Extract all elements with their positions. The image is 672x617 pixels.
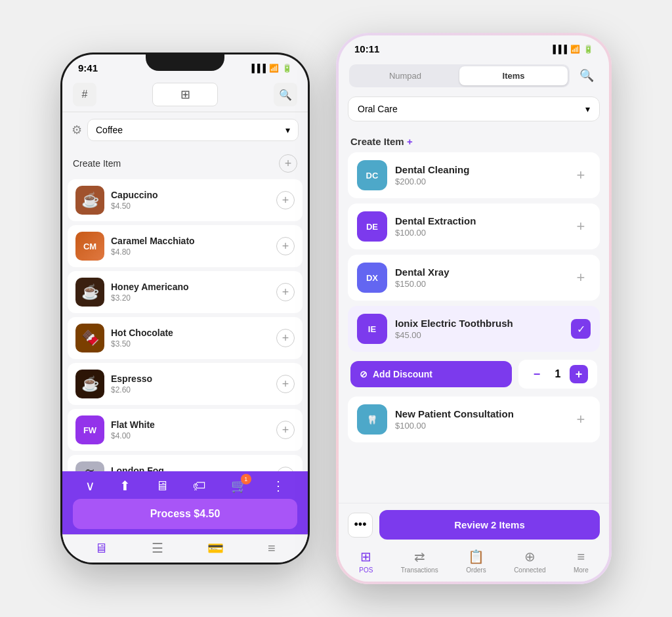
nav-item-connected[interactable]: ⊕ Connected (514, 549, 545, 574)
list-item[interactable]: ☕ Honey Americano $3.20 + (68, 271, 303, 313)
quantity-plus-button[interactable]: + (570, 365, 588, 383)
select-ie-button[interactable]: ✓ (571, 319, 591, 339)
right-phone: 10:11 ▐▐▐ 📶 🔋 Numpad Items (336, 33, 612, 584)
list-item[interactable]: DC Dental Cleaning $200.00 + (348, 152, 600, 198)
category-dropdown-left[interactable]: Coffee ▾ (87, 119, 299, 141)
item-price-ie: $45.00 (395, 330, 563, 340)
more-icon-left[interactable]: ⋮ (272, 478, 285, 494)
tag-icon[interactable]: 🏷 (193, 479, 206, 494)
item-price-flatwhite: $4.00 (111, 431, 270, 440)
item-price-espresso: $2.60 (111, 385, 270, 394)
item-name-dc: Dental Cleaning (395, 164, 563, 175)
tab-bar-right: Numpad Items 🔍 (339, 58, 609, 93)
bottom-nav-left: 🖥 ☰ 💳 ≡ (62, 534, 308, 563)
list-item[interactable]: DE Dental Extraction $100.00 + (348, 203, 600, 249)
search-icon-left: 🔍 (279, 89, 292, 101)
search-button-left[interactable]: 🔍 (274, 83, 297, 106)
pos-label: POS (359, 566, 373, 574)
quantity-minus-button[interactable]: − (528, 365, 546, 383)
add-de-button[interactable]: + (571, 217, 591, 236)
add-npc-button[interactable]: + (571, 410, 591, 429)
process-button[interactable]: Process $4.50 (73, 499, 297, 529)
item-name-caramel: Caramel Macchiato (111, 236, 270, 246)
item-thumb-capuccino: ☕ (75, 186, 104, 215)
add-londonfog-button[interactable]: + (276, 467, 295, 471)
tab-items[interactable]: Items (459, 66, 568, 85)
create-item-row-left[interactable]: Create Item + (62, 148, 308, 179)
item-price-dc: $200.00 (395, 177, 563, 186)
add-americano-button[interactable]: + (276, 283, 295, 301)
hash-button[interactable]: # (73, 83, 96, 106)
nav-item-pos[interactable]: ⊞ POS (359, 549, 373, 574)
add-dc-button[interactable]: + (571, 165, 591, 185)
item-name-capuccino: Capuccino (111, 190, 270, 200)
status-bar-right: 10:11 ▐▐▐ 📶 🔋 (339, 35, 609, 58)
list-item[interactable]: 🦷 New Patient Consultation $100.00 + (348, 396, 600, 442)
plus-icon-dx: + (577, 269, 585, 286)
nav-item-transactions[interactable]: ⇄ Transactions (401, 549, 438, 574)
search-icon-right: 🔍 (579, 68, 594, 83)
item-thumb-ie: IE (357, 314, 387, 344)
dots-icon: ••• (354, 518, 367, 532)
category-label-left: Coffee (96, 125, 123, 135)
add-caramel-button[interactable]: + (276, 237, 295, 255)
list-item[interactable]: IE Ionix Electric Toothbrush $45.00 ✓ (348, 306, 600, 352)
list-item[interactable]: CM Caramel Macchiato $4.80 + (68, 225, 303, 267)
item-name-americano: Honey Americano (111, 282, 270, 292)
search-button-right[interactable]: 🔍 (575, 64, 598, 87)
item-thumb-de: DE (357, 211, 387, 242)
cart-icon[interactable]: 🛒 1 (231, 478, 247, 494)
grid-button[interactable]: ⊞ (152, 83, 218, 106)
bottom-nav-right: ⊞ POS ⇄ Transactions 📋 Orders ⊕ Connecte… (339, 545, 609, 582)
item-name-londonfog: London Fog (111, 465, 270, 471)
nav-item-orders[interactable]: 📋 Orders (466, 549, 486, 574)
add-discount-button[interactable]: ⊘ Add Discount (350, 361, 512, 387)
nav-list-icon[interactable]: ☰ (152, 540, 163, 556)
notch-left (146, 53, 224, 71)
battery-icon-right: 🔋 (583, 45, 593, 54)
create-item-plus-left[interactable]: + (279, 154, 297, 173)
discount-label: Add Discount (373, 369, 432, 379)
list-item[interactable]: FW Flat White $4.00 + (68, 409, 303, 451)
items-list-left: ☕ Capuccino $4.50 + CM Caramel Macchiato… (62, 179, 308, 471)
nav-pos-icon[interactable]: 💳 (207, 540, 224, 556)
nav-item-more[interactable]: ≡ More (574, 549, 589, 574)
tab-numpad[interactable]: Numpad (351, 66, 459, 85)
item-thumb-flatwhite: FW (75, 415, 104, 444)
signal-icon-right: ▐▐▐ (550, 45, 567, 54)
items-list-right: Create Item + DC Dental Cleaning $200.00… (339, 128, 609, 503)
item-price-hotchoc: $3.50 (111, 339, 270, 349)
upload-icon[interactable]: ⬆ (119, 478, 131, 494)
pos-icon: ⊞ (360, 549, 371, 564)
list-item[interactable]: DX Dental Xray $150.00 + (348, 255, 600, 301)
display-icon[interactable]: 🖥 (156, 479, 169, 494)
add-espresso-button[interactable]: + (276, 375, 295, 393)
create-item-label-right: Create Item + (350, 136, 413, 147)
item-thumb-dx: DX (357, 263, 387, 293)
item-name-hotchoc: Hot Chocolate (111, 328, 270, 338)
add-capuccino-button[interactable]: + (276, 191, 295, 209)
wifi-icon-left: 📶 (269, 64, 279, 73)
plus-icon-de: + (577, 218, 585, 235)
list-item[interactable]: ☕ Capuccino $4.50 + (68, 179, 303, 221)
wifi-icon-right: 📶 (570, 45, 580, 54)
list-item[interactable]: 🌫 London Fog $3.20 + (68, 455, 303, 471)
nav-menu-icon[interactable]: ≡ (268, 541, 276, 556)
add-flatwhite-button[interactable]: + (276, 421, 295, 439)
chevron-down-icon[interactable]: ∨ (85, 478, 95, 494)
item-name-dx: Dental Xray (395, 266, 563, 278)
nav-display-icon[interactable]: 🖥 (94, 541, 108, 556)
category-dropdown-right[interactable]: Oral Care ▾ (348, 96, 600, 121)
review-button[interactable]: Review 2 Items (379, 510, 600, 540)
create-item-row-right[interactable]: Create Item + (348, 131, 600, 152)
more-options-button[interactable]: ••• (348, 513, 373, 538)
add-hotchoc-button[interactable]: + (276, 329, 295, 347)
add-dx-button[interactable]: + (571, 268, 591, 287)
left-phone: 9:41 ▐▐▐ 📶 🔋 # ⊞ 🔍 (60, 53, 310, 564)
top-bar-left: # ⊞ 🔍 (62, 77, 308, 112)
list-item[interactable]: 🍫 Hot Chocolate $3.50 + (68, 317, 303, 359)
chevron-down-icon-right: ▾ (585, 104, 590, 114)
list-item[interactable]: ☕ Espresso $2.60 + (68, 363, 303, 405)
status-icons-left: ▐▐▐ 📶 🔋 (249, 64, 292, 73)
hash-icon: # (82, 89, 88, 100)
